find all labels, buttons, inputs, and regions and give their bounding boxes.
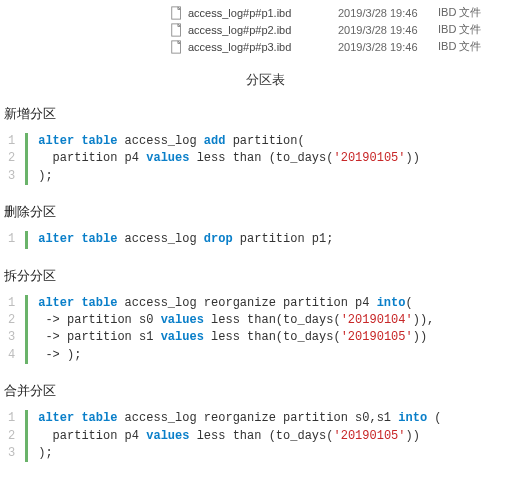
code-body: alter table access_log reorganize partit… <box>25 410 441 462</box>
file-list: access_log#p#p1.ibd 2019/3/28 19:46 IBD … <box>0 0 530 61</box>
line-number: 1 <box>6 295 17 312</box>
line-gutter: 1 2 3 <box>6 410 25 462</box>
file-icon <box>170 23 184 37</box>
code-drop-partition: 1 alter table access_log drop partition … <box>6 231 524 248</box>
code-body: alter table access_log reorganize partit… <box>25 295 434 365</box>
file-name: access_log#p#p2.ibd <box>188 24 338 36</box>
line-number: 3 <box>6 445 17 462</box>
file-row: access_log#p#p2.ibd 2019/3/28 19:46 IBD … <box>0 21 530 38</box>
file-name: access_log#p#p3.ibd <box>188 41 338 53</box>
file-row: access_log#p#p3.ibd 2019/3/28 19:46 IBD … <box>0 38 530 55</box>
line-number: 3 <box>6 329 17 346</box>
heading-split-partition: 拆分分区 <box>0 265 530 295</box>
file-name: access_log#p#p1.ibd <box>188 7 338 19</box>
file-date: 2019/3/28 19:46 <box>338 41 438 53</box>
file-type: IBD 文件 <box>438 5 498 20</box>
file-type: IBD 文件 <box>438 22 498 37</box>
line-number: 2 <box>6 428 17 445</box>
line-number: 1 <box>6 410 17 427</box>
file-icon <box>170 6 184 20</box>
line-number: 1 <box>6 231 17 248</box>
line-number: 1 <box>6 133 17 150</box>
line-gutter: 1 2 3 <box>6 133 25 185</box>
heading-merge-partition: 合并分区 <box>0 380 530 410</box>
code-body: alter table access_log drop partition p1… <box>25 231 333 248</box>
file-icon <box>170 40 184 54</box>
code-body: alter table access_log add partition( pa… <box>25 133 420 185</box>
code-add-partition: 1 2 3 alter table access_log add partiti… <box>6 133 524 185</box>
line-number: 3 <box>6 168 17 185</box>
file-date: 2019/3/28 19:46 <box>338 24 438 36</box>
line-gutter: 1 <box>6 231 25 248</box>
code-split-partition: 1 2 3 4 alter table access_log reorganiz… <box>6 295 524 365</box>
line-number: 2 <box>6 312 17 329</box>
heading-drop-partition: 删除分区 <box>0 201 530 231</box>
code-merge-partition: 1 2 3 alter table access_log reorganize … <box>6 410 524 462</box>
file-row: access_log#p#p1.ibd 2019/3/28 19:46 IBD … <box>0 4 530 21</box>
file-date: 2019/3/28 19:46 <box>338 7 438 19</box>
line-number: 4 <box>6 347 17 364</box>
heading-add-partition: 新增分区 <box>0 103 530 133</box>
caption-partition-table: 分区表 <box>0 61 530 103</box>
line-number: 2 <box>6 150 17 167</box>
file-type: IBD 文件 <box>438 39 498 54</box>
line-gutter: 1 2 3 4 <box>6 295 25 365</box>
